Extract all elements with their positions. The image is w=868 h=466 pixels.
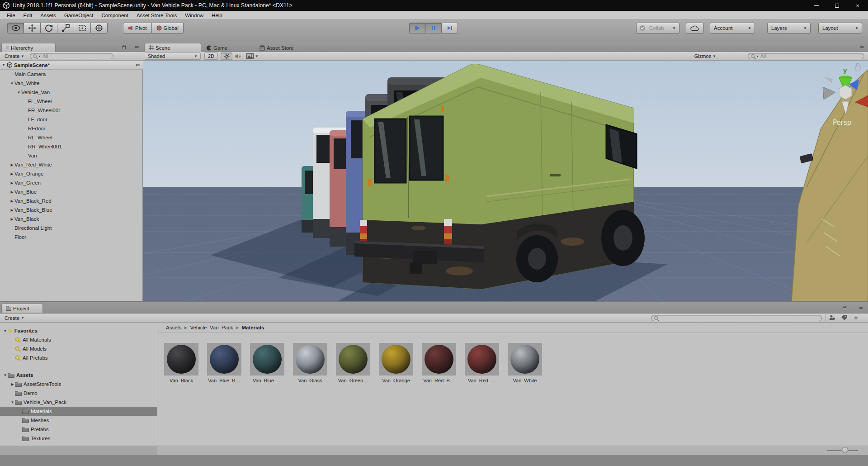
project-tree-item-all-materials[interactable]: All Materials <box>0 335 157 344</box>
project-tree-item-assets[interactable]: ▼Assets <box>0 371 157 380</box>
pivot-toggle[interactable]: Pivot <box>123 23 152 33</box>
hierarchy-item-van-red-white[interactable]: ▶Van_Red_White <box>0 160 143 169</box>
hierarchy-item-van-black-blue[interactable]: ▶Van_Black_Blue <box>0 205 143 214</box>
rect-tool-button[interactable] <box>74 23 91 33</box>
collab-dropdown[interactable]: Collab▼ <box>636 23 679 33</box>
close-button[interactable]: × <box>847 0 868 11</box>
hierarchy-item-lf-door[interactable]: LF_door <box>0 115 143 124</box>
gizmos-dropdown[interactable]: Gizmos▼ <box>692 53 719 60</box>
disclosure-down-icon[interactable]: ▼ <box>9 81 14 86</box>
hand-tool-button[interactable] <box>7 23 24 33</box>
project-tree-item-all-models[interactable]: All Models <box>0 344 157 353</box>
hierarchy-item-rr-wheel001[interactable]: RR_Wheel001 <box>0 142 143 151</box>
maximize-button[interactable] <box>826 0 847 11</box>
step-button[interactable] <box>442 23 458 33</box>
hierarchy-create-button[interactable]: Create▼ <box>2 53 27 60</box>
transform-tool-button[interactable] <box>91 23 108 33</box>
hierarchy-item-fr-wheel001[interactable]: FR_Wheel001 <box>0 106 143 115</box>
cloud-button[interactable] <box>686 23 704 33</box>
project-tree-item-all-prefabs[interactable]: All Prefabs <box>0 353 157 362</box>
project-tree-item-vehicle-van-pack[interactable]: ▼Vehicle_Van_Pack <box>0 398 157 407</box>
material-van-orange[interactable]: Van_Orange <box>379 343 413 383</box>
scene-viewport[interactable]: y x Persp <box>143 61 868 301</box>
material-van-glass[interactable]: Van_Glass <box>293 343 327 383</box>
project-tree-item-prefabs[interactable]: Prefabs <box>0 425 157 434</box>
menu-window[interactable]: Window <box>181 12 208 19</box>
project-tree-item-favorites[interactable]: ▼★Favorites <box>0 326 157 335</box>
scene-search[interactable]: ▼ <box>748 53 864 59</box>
menu-component[interactable]: Component <box>97 12 132 19</box>
menu-gameobject[interactable]: GameObject <box>60 12 98 19</box>
hierarchy-item-van-orange[interactable]: ▶Van_Orange <box>0 169 143 178</box>
disclosure-down-icon[interactable]: ▼ <box>10 400 15 404</box>
hierarchy-panel-menu-icon[interactable]: ▾≡ <box>135 45 138 49</box>
disclosure-right-icon[interactable]: ▶ <box>9 172 14 176</box>
disclosure-down-icon[interactable]: ▼ <box>16 90 21 95</box>
move-tool-button[interactable] <box>24 23 41 33</box>
material-van-green[interactable]: Van_Green… <box>336 343 370 383</box>
project-panel-menu-icon[interactable]: ▾≡ <box>859 306 863 310</box>
lighting-toggle[interactable] <box>221 52 232 60</box>
disclosure-right-icon[interactable]: ▶ <box>9 217 14 221</box>
disclosure-down-icon[interactable]: ▼ <box>3 373 8 377</box>
shading-mode-dropdown[interactable]: Shaded▼ <box>145 52 201 60</box>
tab-hierarchy[interactable]: ≡ Hierarchy <box>1 43 56 52</box>
disclosure-right-icon[interactable]: ▶ <box>9 208 14 212</box>
project-search[interactable] <box>651 315 822 321</box>
layers-dropdown[interactable]: Layers▼ <box>767 23 811 33</box>
scene-menu-icon[interactable]: ▾≡ <box>136 63 139 67</box>
project-tree-item-demo[interactable]: Demo <box>0 389 157 398</box>
hierarchy-search[interactable]: ▼ <box>30 53 113 59</box>
tab-game[interactable]: Game <box>206 44 227 52</box>
tab-project[interactable]: Project <box>1 304 43 313</box>
scene-disclosure-icon[interactable]: ▼ <box>2 63 5 67</box>
hierarchy-item-van-black[interactable]: ▶Van_Black <box>0 214 143 223</box>
hierarchy-item-directional-light[interactable]: Directional Light <box>0 223 143 233</box>
project-tree-item-assetstoretools[interactable]: ▶AssetStoreTools <box>0 380 157 389</box>
project-search-input[interactable] <box>659 315 819 321</box>
material-van-black[interactable]: Van_Black <box>164 343 198 383</box>
global-toggle[interactable]: Global <box>152 23 184 33</box>
material-van-red-b[interactable]: Van_Red_B… <box>422 343 456 383</box>
menu-file[interactable]: File <box>3 12 19 19</box>
menu-asset-store-tools[interactable]: Asset Store Tools <box>132 12 181 19</box>
minimize-button[interactable] <box>806 0 826 11</box>
disclosure-right-icon[interactable]: ▶ <box>9 199 14 203</box>
project-tree-item-meshes[interactable]: Meshes <box>0 416 157 425</box>
disclosure-down-icon[interactable]: ▼ <box>3 329 8 333</box>
slider-knob[interactable] <box>842 447 848 453</box>
layout-dropdown[interactable]: Layout▼ <box>818 23 862 33</box>
play-button[interactable] <box>409 23 425 33</box>
material-van-blue[interactable]: Van_Blue_… <box>250 343 284 383</box>
audio-toggle[interactable] <box>232 53 244 60</box>
breadcrumb-vehicle-van-pack[interactable]: Vehicle_Van_Pack <box>190 325 233 330</box>
2d-toggle[interactable]: 2D <box>204 52 218 60</box>
material-van-blue-b[interactable]: Van_Blue_B… <box>207 343 241 383</box>
hierarchy-search-input[interactable] <box>42 53 110 59</box>
hierarchy-item-van-green[interactable]: ▶Van_Green <box>0 178 143 187</box>
material-van-white[interactable]: Van_White <box>508 343 542 383</box>
hierarchy-item-floor[interactable]: Floor <box>0 233 143 242</box>
hierarchy-item-vehicle-van[interactable]: ▼Vehicle_Van <box>0 88 143 97</box>
hierarchy-item-rfdoor[interactable]: RFdoor <box>0 124 143 133</box>
breadcrumb-materials[interactable]: Materials <box>241 325 264 330</box>
disclosure-right-icon[interactable]: ▶ <box>10 382 15 386</box>
disclosure-right-icon[interactable]: ▶ <box>9 181 14 185</box>
breadcrumb-assets[interactable]: Assets <box>166 325 182 330</box>
pause-button[interactable] <box>425 23 442 33</box>
search-by-type-button[interactable] <box>826 314 838 321</box>
scale-tool-button[interactable] <box>57 23 74 33</box>
disclosure-right-icon[interactable]: ▶ <box>9 163 14 167</box>
favorites-filter-button[interactable]: ★ <box>850 314 862 321</box>
project-tree-item-materials[interactable]: Materials <box>0 407 157 416</box>
menu-assets[interactable]: Assets <box>36 12 60 19</box>
tab-scene[interactable]: Scene <box>144 43 201 52</box>
hierarchy-item-van-black-red[interactable]: ▶Van_Black_Red <box>0 196 143 205</box>
scene-search-input[interactable] <box>760 53 861 59</box>
disclosure-right-icon[interactable]: ▶ <box>9 190 14 194</box>
project-lock-icon[interactable] <box>843 307 846 310</box>
search-by-label-button[interactable] <box>838 314 850 321</box>
menu-help[interactable]: Help <box>208 12 226 19</box>
effects-dropdown[interactable]: ▼ <box>244 53 261 60</box>
account-dropdown[interactable]: Account▼ <box>710 23 755 33</box>
